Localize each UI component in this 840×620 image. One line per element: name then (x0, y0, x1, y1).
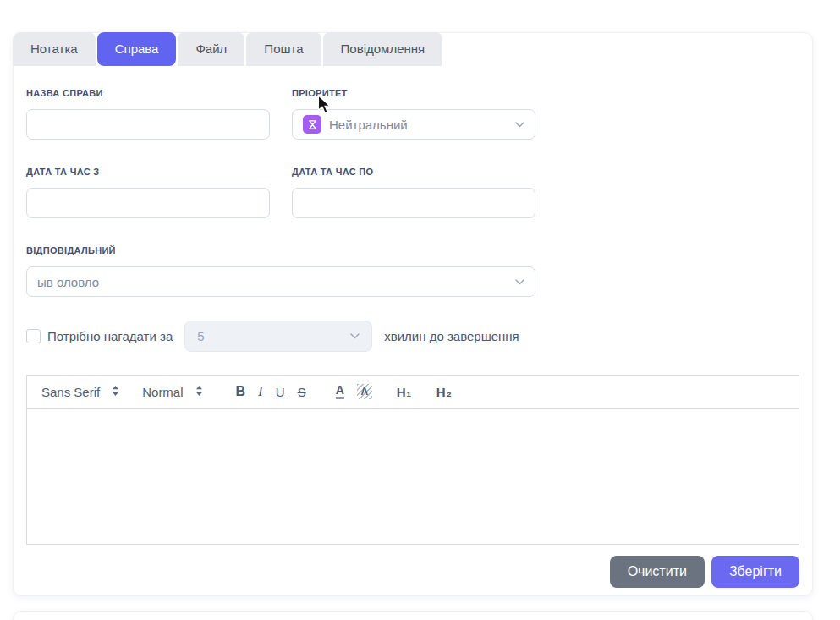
italic-button[interactable]: I (258, 383, 263, 400)
editor-content-area[interactable] (27, 409, 799, 544)
chevron-down-icon (350, 333, 360, 339)
form-actions: Очистити Зберігти (26, 556, 799, 588)
chevron-down-icon (515, 279, 524, 285)
reminder-checkbox[interactable] (26, 329, 41, 343)
hourglass-icon (303, 115, 321, 134)
font-family-value: Sans Serif (41, 385, 100, 399)
underline-button[interactable]: U (276, 385, 285, 399)
priority-value: Нейтральний (329, 118, 515, 132)
heading-1-button[interactable]: H₁ (397, 385, 412, 399)
date-to-label: ДАТА ТА ЧАС ПО (292, 167, 535, 177)
date-to-input[interactable] (292, 188, 535, 218)
editor-toolbar: Sans Serif Normal (27, 376, 799, 409)
date-from-label: ДАТА ТА ЧАС З (26, 167, 270, 177)
bold-button[interactable]: B (236, 384, 246, 399)
priority-select[interactable]: Нейтральний (292, 109, 535, 140)
reminder-minutes-select[interactable]: 5 (184, 321, 372, 352)
responsible-label: ВІДПОВІДАЛЬНИЙ (26, 245, 535, 255)
chevron-down-icon (515, 122, 524, 128)
text-size-picker[interactable]: Normal (142, 385, 203, 399)
reminder-minutes-value: 5 (197, 329, 350, 343)
reminder-checkbox-label: Потрібно нагадати за (47, 329, 173, 343)
task-create-page: Нотатка Справа Файл Пошта Повідомлення Н… (0, 0, 840, 620)
clear-button[interactable]: Очистити (610, 556, 705, 588)
reminder-row: Потрібно нагадати за 5 хвилин до заверше… (26, 321, 799, 352)
strikethrough-button[interactable]: S (298, 385, 306, 399)
save-button[interactable]: Зберігти (711, 556, 799, 588)
priority-label: ПРІОРИТЕТ (292, 88, 535, 98)
next-section-card (13, 611, 813, 620)
reminder-suffix-label: хвилин до завершення (384, 329, 519, 343)
responsible-value: ыв оловло (37, 275, 515, 289)
case-name-input[interactable] (26, 109, 270, 140)
responsible-select[interactable]: ыв оловло (26, 266, 535, 297)
tab-bar: Нотатка Справа Файл Пошта Повідомлення (13, 32, 444, 66)
tab-case[interactable]: Справа (97, 32, 177, 66)
tab-note[interactable]: Нотатка (13, 32, 96, 66)
tab-file[interactable]: Файл (178, 32, 244, 66)
date-from-input[interactable] (26, 188, 270, 218)
form-body: НАЗВА СПРАВИ ПРІОРИТЕТ Нейтральний (14, 66, 812, 595)
highlight-color-button[interactable]: A (357, 384, 372, 399)
rich-text-editor: Sans Serif Normal (26, 375, 799, 545)
sort-arrows-icon (195, 385, 204, 399)
text-size-value: Normal (142, 385, 183, 399)
tab-mail[interactable]: Пошта (246, 32, 321, 66)
case-name-label: НАЗВА СПРАВИ (26, 88, 270, 98)
sort-arrows-icon (111, 385, 120, 399)
text-color-button[interactable]: A (336, 384, 344, 399)
task-form-card: Нотатка Справа Файл Пошта Повідомлення Н… (13, 32, 813, 596)
font-family-picker[interactable]: Sans Serif (41, 385, 120, 399)
heading-2-button[interactable]: H₂ (436, 385, 453, 399)
tab-message[interactable]: Повідомлення (323, 32, 443, 66)
